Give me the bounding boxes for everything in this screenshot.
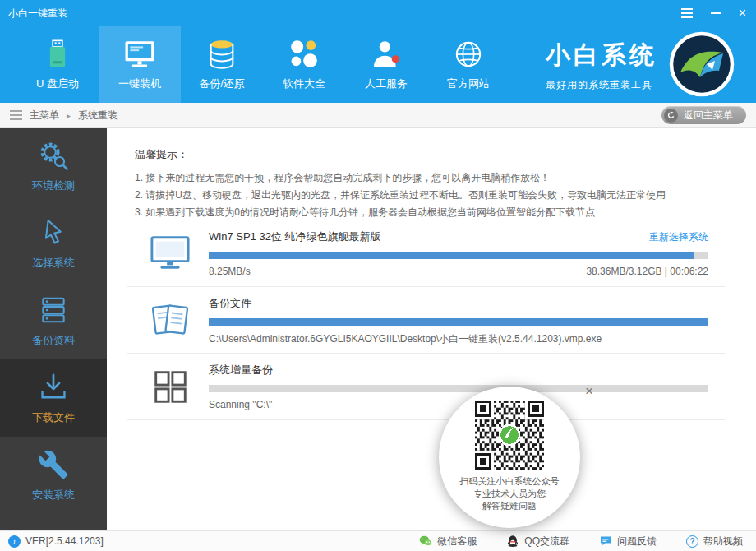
nav-item-software[interactable]: 软件大全 <box>263 26 345 103</box>
statusbar-links: 微信客服 QQ交流群 问题反 <box>419 531 743 551</box>
top-nav: U 盘启动 一键装机 <box>0 26 756 103</box>
version-area: i VER[2.5.44.1203] <box>8 531 104 551</box>
windows-icon <box>150 366 191 407</box>
statusbar-link-label: 帮助视频 <box>703 535 743 549</box>
help-icon: ? <box>686 535 698 548</box>
globe-icon <box>452 38 485 71</box>
qr-code-image <box>475 401 544 470</box>
sidebar-label: 选择系统 <box>32 256 75 271</box>
detect-icon <box>38 140 69 171</box>
brand-name: 小白系统 <box>546 39 657 72</box>
nav-label: U 盘启动 <box>36 76 79 91</box>
info-icon: i <box>8 535 21 548</box>
feedback-icon <box>599 535 612 548</box>
version-label: VER[2.5.44.1203] <box>25 535 104 547</box>
nav-label: 一键装机 <box>118 76 161 91</box>
qr-caption-line: 扫码关注小白系统公众号 <box>439 475 580 488</box>
tip-line: 1. 接下来的过程无需您的干预，程序会帮助您自动完成剩下的步骤，您可以离开电脑稍… <box>135 169 733 187</box>
usb-icon <box>41 38 74 71</box>
brand: 小白系统 最好用的系统重装工具 <box>546 39 657 92</box>
feedback-link[interactable]: 问题反馈 <box>599 535 657 549</box>
apps-icon <box>288 38 320 71</box>
wechat-icon <box>419 535 432 548</box>
nav-label: 软件大全 <box>283 76 325 91</box>
backup-data-icon <box>38 294 69 326</box>
window-title: 小白一键重装 <box>8 0 67 26</box>
sidebar-item-select-system[interactable]: 选择系统 <box>0 205 107 282</box>
download-progress-fill <box>209 252 694 259</box>
nav-item-service[interactable]: 人工服务 <box>345 26 427 103</box>
database-icon <box>205 38 238 71</box>
backup-row: 备份文件 C:\Users\Administrator.6GYGLI5KAOYG… <box>127 287 725 354</box>
backup-progress-bar <box>209 318 708 326</box>
nav-label: 备份/还原 <box>199 76 245 91</box>
backup-row-body: 备份文件 C:\Users\Administrator.6GYGLI5KAOYG… <box>209 296 708 346</box>
sidebar-label: 下载文件 <box>32 410 75 425</box>
incremental-backup-row: 系统增量备份 Scanning "C:\" <box>127 354 725 420</box>
reselect-system-link[interactable]: 重新选择系统 <box>649 230 708 244</box>
minimize-icon[interactable] <box>711 7 721 20</box>
brand-logo-icon <box>669 31 735 97</box>
chevron-right-icon: ▸ <box>67 111 71 120</box>
return-main-menu-button[interactable]: 返回主菜单 <box>662 106 746 124</box>
breadcrumb: 主菜单 ▸ 系统重装 <box>10 103 118 127</box>
nav-item-website[interactable]: 官方网站 <box>427 26 509 103</box>
download-progress-bar <box>209 252 708 259</box>
select-system-icon <box>38 217 69 248</box>
nav-label: 人工服务 <box>365 76 408 91</box>
menu-icon[interactable] <box>681 7 693 20</box>
incremental-progress-bar <box>209 385 708 392</box>
qq-group-link[interactable]: QQ交流群 <box>506 535 569 549</box>
monitor-icon <box>123 38 156 71</box>
sidebar-item-env-check[interactable]: 环境检测 <box>0 127 107 205</box>
sidebar-item-download-files[interactable]: 下载文件 <box>0 359 107 437</box>
main-content: 温馨提示： 1. 接下来的过程无需您的干预，程序会帮助您自动完成剩下的步骤，您可… <box>107 127 756 530</box>
statusbar-link-label: QQ交流群 <box>524 535 569 549</box>
breadcrumb-bar: 主菜单 ▸ 系统重装 返回主菜单 <box>0 103 756 128</box>
nav-label: 官方网站 <box>447 76 490 91</box>
monitor-outline-icon <box>150 233 191 274</box>
tips-block: 温馨提示： 1. 接下来的过程无需您的干预，程序会帮助您自动完成剩下的步骤，您可… <box>135 147 733 221</box>
tip-line: 2. 请拔掉U盘、移动硬盘，退出光驱内的光盘，并保证系统重装过程不断电。否则重装… <box>135 187 733 204</box>
breadcrumb-main-menu[interactable]: 主菜单 <box>30 109 59 123</box>
back-arrow-icon <box>664 109 678 123</box>
qr-caption-line: 解答疑难问题 <box>439 500 580 512</box>
tips-title: 温馨提示： <box>135 147 733 162</box>
sidebar-item-install-system[interactable]: 安装系统 <box>0 437 107 514</box>
download-row: Win7 SP1 32位 纯净绿色旗舰最新版 重新选择系统 8.25MB/s 3… <box>127 220 725 287</box>
backup-progress-fill <box>209 318 708 326</box>
sidebar-label: 备份资料 <box>32 333 75 348</box>
incremental-title: 系统增量备份 <box>209 363 273 377</box>
sidebar-label: 环境检测 <box>32 178 75 193</box>
qq-icon <box>506 535 519 548</box>
close-icon[interactable]: × <box>739 7 746 20</box>
backup-path: C:\Users\Administrator.6GYGLI5KAOYGIIL\D… <box>209 332 602 346</box>
files-icon <box>150 299 191 340</box>
incremental-row-body: 系统增量备份 Scanning "C:\" <box>209 363 708 410</box>
list-icon <box>10 110 22 120</box>
tip-line: 3. 如果遇到下载速度为0的情况时请耐心等待几分钟，服务器会自动根据您当前网络位… <box>135 204 733 221</box>
wechat-service-link[interactable]: 微信客服 <box>419 535 477 549</box>
titlebar: 小白一键重装 × <box>0 0 756 26</box>
statusbar-link-label: 微信客服 <box>437 535 477 549</box>
help-video-link[interactable]: ? 帮助视频 <box>686 535 743 549</box>
download-row-body: Win7 SP1 32位 纯净绿色旗舰最新版 重新选择系统 8.25MB/s 3… <box>209 229 708 277</box>
nav-item-one-click-install[interactable]: 一键装机 <box>99 26 181 103</box>
step-sidebar: 环境检测 选择系统 备份资料 <box>0 127 107 530</box>
sidebar-label: 安装系统 <box>32 488 75 502</box>
qr-close-icon[interactable]: × <box>581 383 597 400</box>
sidebar-item-backup-data[interactable]: 备份资料 <box>0 282 107 359</box>
download-status: 38.36MB/3.12GB | 00:06:22 <box>586 266 708 277</box>
nav-item-usb-boot[interactable]: U 盘启动 <box>16 26 99 103</box>
status-bar: i VER[2.5.44.1203] 微信客服 <box>0 530 756 551</box>
brand-slogan: 最好用的系统重装工具 <box>546 78 657 92</box>
person-icon <box>370 38 403 71</box>
nav-item-backup-restore[interactable]: 备份/还原 <box>181 26 263 103</box>
statusbar-link-label: 问题反馈 <box>617 535 657 549</box>
nav-items: U 盘启动 一键装机 <box>16 26 509 103</box>
progress-rows: Win7 SP1 32位 纯净绿色旗舰最新版 重新选择系统 8.25MB/s 3… <box>127 220 725 420</box>
breadcrumb-current: 系统重装 <box>78 109 118 123</box>
window-controls: × <box>681 0 746 26</box>
qr-caption-line: 专业技术人员为您 <box>439 488 580 500</box>
download-icon <box>38 372 69 403</box>
